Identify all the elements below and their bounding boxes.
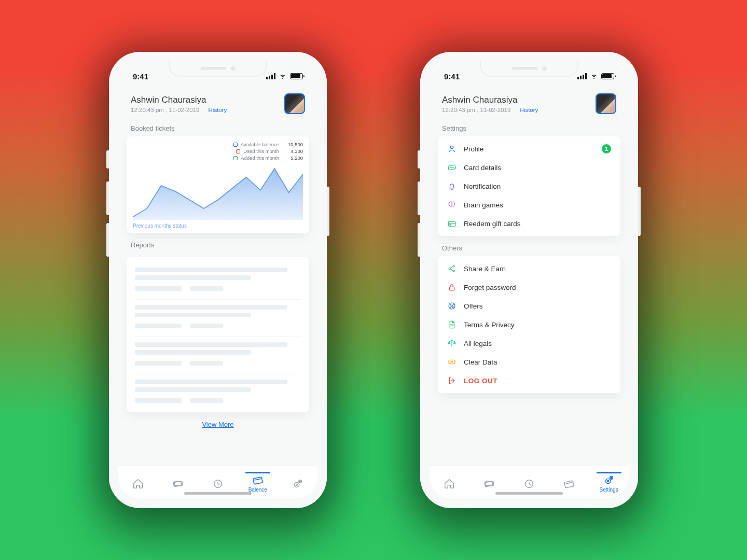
logout-icon	[447, 376, 457, 385]
clock-icon	[523, 478, 535, 489]
history-link[interactable]: History	[209, 107, 227, 113]
status-time: 9:41	[444, 72, 460, 81]
legend-label: Added this month	[241, 155, 279, 161]
list-item[interactable]: Brain games	[438, 195, 620, 214]
user-block: Ashwin Chaurasiya 12:20:43 pm , 11-02-20…	[442, 95, 538, 113]
tab-history[interactable]	[202, 478, 233, 489]
power-button	[638, 187, 641, 236]
list-item-label: Share & Earn	[464, 265, 506, 273]
svg-point-18	[452, 306, 453, 307]
history-link[interactable]: History	[520, 107, 538, 113]
phone-frame-balance: 9:41 Ashwin Chaurasiya 12:20:43 pm , 11-…	[109, 52, 327, 508]
skeleton-line	[135, 342, 287, 347]
tab-home[interactable]	[434, 478, 465, 489]
user-name: Ashwin Chaurasiya	[131, 95, 227, 105]
tab-history[interactable]	[514, 478, 545, 489]
home-indicator[interactable]	[495, 492, 563, 495]
list-item-label: LOG OUT	[464, 377, 497, 385]
settings-icon	[292, 478, 303, 489]
brain-icon	[447, 200, 457, 209]
clock-icon	[212, 478, 224, 489]
app-header: Ashwin Chaurasiya 12:20:43 pm , 11-02-20…	[430, 87, 629, 116]
status-icons	[266, 73, 303, 79]
chart-card: Available balence 10,500 Used this month…	[127, 136, 309, 233]
list-item[interactable]: Clear Data	[438, 353, 620, 371]
view-more-link[interactable]: View More	[202, 421, 233, 428]
ticket-icon	[447, 163, 457, 172]
list-item[interactable]: All legals	[438, 334, 620, 353]
home-icon	[444, 478, 455, 489]
skeleton-line	[135, 387, 251, 392]
skeleton-line	[135, 380, 287, 384]
clear-icon	[447, 357, 457, 367]
notification-badge: 1	[602, 144, 611, 153]
bell-icon	[447, 181, 457, 191]
app-header: Ashwin Chaurasiya 12:20:43 pm , 11-02-20…	[118, 87, 317, 116]
doc-icon	[447, 320, 457, 329]
tickets-icon	[483, 478, 495, 489]
chart-footer-link[interactable]: Previous months status	[133, 223, 303, 229]
svg-rect-10	[448, 221, 455, 226]
share-icon	[447, 264, 457, 273]
signal-icon	[266, 73, 275, 79]
skeleton-line	[135, 286, 182, 291]
header-timestamp: 12:20:43 pm , 11-02-2019	[131, 107, 199, 113]
list-item[interactable]: Offers	[438, 297, 620, 315]
others-list: Share & EarnForget passwordOffersTerms &…	[438, 256, 620, 393]
screen-settings: 9:41 Ashwin Chaurasiya 12:20:43 pm , 11-…	[430, 61, 629, 499]
skeleton-line	[190, 398, 223, 403]
list-item[interactable]: Terms & Privecy	[438, 315, 620, 334]
skeleton-line	[135, 313, 251, 317]
power-button	[327, 187, 329, 236]
legend-label: Used this month	[243, 148, 279, 154]
list-item[interactable]: Profile1	[438, 139, 620, 158]
avatar[interactable]	[596, 93, 616, 114]
tab-balance[interactable]	[554, 478, 585, 489]
card-icon	[252, 474, 264, 486]
tab-label: Balence	[248, 487, 267, 493]
skeleton-line	[135, 305, 287, 310]
list-item[interactable]: Reedem gift cards	[438, 214, 620, 233]
wifi-icon	[279, 73, 287, 79]
status-time: 9:41	[133, 72, 148, 81]
legend-value: 10,500	[282, 142, 303, 147]
avatar[interactable]	[284, 93, 305, 114]
volume-down-button	[106, 223, 109, 257]
section-settings: Settings	[430, 116, 629, 136]
list-item[interactable]: LOG OUT	[438, 371, 620, 390]
list-item-label: Reedem gift cards	[464, 220, 521, 228]
user-icon	[447, 144, 457, 153]
user-block: Ashwin Chaurasiya 12:20:43 pm , 11-02-20…	[131, 95, 227, 113]
scale-icon	[447, 339, 457, 348]
card-icon	[563, 478, 575, 489]
list-item-label: Profile	[464, 145, 483, 153]
gift-card-icon	[447, 219, 457, 228]
home-icon	[132, 478, 144, 489]
svg-point-6	[298, 480, 301, 483]
section-reports: Reports	[118, 233, 317, 253]
svg-point-26	[610, 477, 613, 480]
list-item[interactable]: Forget password	[438, 278, 620, 297]
status-icons	[577, 73, 614, 79]
phone-frame-settings: 9:41 Ashwin Chaurasiya 12:20:43 pm , 11-…	[420, 52, 638, 508]
svg-point-27	[611, 478, 612, 479]
svg-rect-23	[564, 480, 574, 487]
list-item[interactable]: Nortification	[438, 177, 620, 195]
skeleton-line	[135, 398, 182, 403]
list-item-label: Offers	[464, 302, 483, 310]
home-indicator[interactable]	[184, 492, 252, 495]
user-sub: 12:20:43 pm , 11-02-2019 History	[131, 107, 227, 113]
header-timestamp: 12:20:43 pm , 11-02-2019	[442, 107, 510, 113]
list-item[interactable]: Share & Earn	[438, 259, 620, 278]
list-item[interactable]: Card details	[438, 158, 620, 177]
tab-settings[interactable]	[282, 478, 313, 489]
skeleton-line	[135, 324, 182, 328]
reports-card	[127, 257, 309, 412]
tab-settings[interactable]: Settings	[593, 474, 625, 493]
tab-balance[interactable]: Balence	[242, 474, 273, 493]
tab-home[interactable]	[122, 478, 154, 489]
skeleton-line	[135, 268, 287, 272]
tab-tickets[interactable]	[162, 478, 193, 489]
skeleton-line	[135, 275, 251, 280]
tab-tickets[interactable]	[474, 478, 505, 489]
